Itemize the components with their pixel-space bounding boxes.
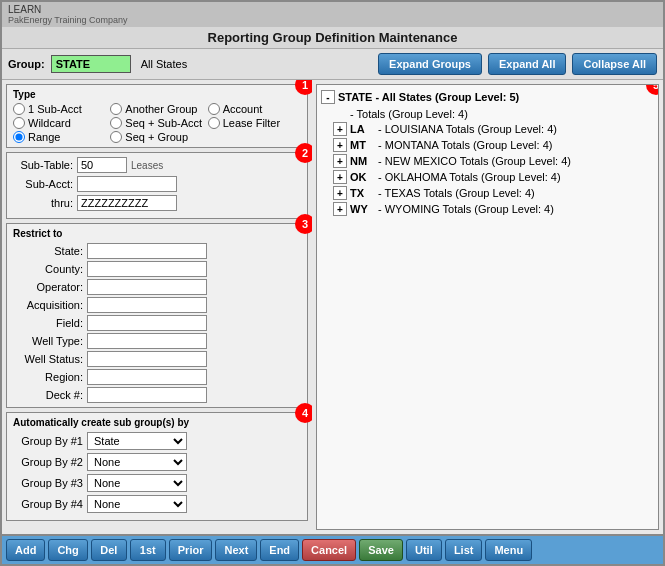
mt-expand-icon[interactable]: + (333, 138, 347, 152)
end-button[interactable]: End (260, 539, 299, 561)
chg-button[interactable]: Chg (48, 539, 87, 561)
del-button[interactable]: Del (91, 539, 127, 561)
radio-seq-group[interactable]: Seq + Group (110, 131, 203, 143)
toolbar-row: Group: All States Expand Groups Expand A… (2, 49, 663, 80)
type-section: 1 Type 1 Sub-Acct Another Group Account (6, 84, 308, 148)
wy-state: WY (350, 203, 375, 215)
mt-state: MT (350, 139, 375, 151)
tree-node-wy: + WY - WYOMING Totals (Group Level: 4) (321, 201, 654, 217)
tree-node-tx: + TX - TEXAS Totals (Group Level: 4) (321, 185, 654, 201)
content-area: 1 Type 1 Sub-Acct Another Group Account (2, 80, 663, 534)
tree-node-nm: + NM - NEW MEXICO Totals (Group Level: 4… (321, 153, 654, 169)
groupby-label: Automatically create sub group(s) by (13, 417, 301, 428)
radio-account[interactable]: Account (208, 103, 301, 115)
tree-node-mt: + MT - MONTANA Totals (Group Level: 4) (321, 137, 654, 153)
page-title: Reporting Group Definition Maintenance (2, 27, 663, 49)
fields-section: 2 Sub-Table: Leases Sub-Acct: thru: (6, 152, 308, 219)
totals-desc: - Totals (Group Level: 4) (350, 108, 468, 120)
root-state: STATE (338, 91, 372, 103)
radio-lease-filter[interactable]: Lease Filter (208, 117, 301, 129)
region-input[interactable] (87, 369, 207, 385)
radio-seq-sub-acct[interactable]: Seq + Sub-Acct (110, 117, 203, 129)
sub-table-note: Leases (131, 160, 163, 171)
deck-label: Deck #: (13, 389, 83, 401)
state-input[interactable] (87, 243, 207, 259)
operator-input[interactable] (87, 279, 207, 295)
root-desc: - All States (Group Level: 5) (375, 91, 519, 103)
well-status-input[interactable] (87, 351, 207, 367)
state-label: State: (13, 245, 83, 257)
well-type-label: Well Type: (13, 335, 83, 347)
tx-desc: - TEXAS Totals (Group Level: 4) (378, 187, 535, 199)
groupby-row-2: Group By #2 None State County Operator (13, 453, 301, 471)
sub-table-input[interactable] (77, 157, 127, 173)
acquisition-input[interactable] (87, 297, 207, 313)
groupby-3-select[interactable]: None State County Operator (87, 474, 187, 492)
groupby-2-select[interactable]: None State County Operator (87, 453, 187, 471)
ok-desc: - OKLAHOMA Totals (Group Level: 4) (378, 171, 561, 183)
groupby-1-select[interactable]: State None County Operator (87, 432, 187, 450)
sub-acct-row: Sub-Acct: (13, 176, 301, 192)
tx-expand-icon[interactable]: + (333, 186, 347, 200)
la-desc: - LOUISIANA Totals (Group Level: 4) (378, 123, 557, 135)
list-button[interactable]: List (445, 539, 483, 561)
thru-label: thru: (13, 197, 73, 209)
cancel-button[interactable]: Cancel (302, 539, 356, 561)
tree-totals: - Totals (Group Level: 4) (321, 107, 654, 121)
radio-wildcard[interactable]: Wildcard (13, 117, 106, 129)
radio-range[interactable]: Range (13, 131, 106, 143)
groupby-4-label: Group By #4 (13, 498, 83, 510)
groupby-3-label: Group By #3 (13, 477, 83, 489)
radio-sub-acct[interactable]: 1 Sub-Acct (13, 103, 106, 115)
menu-button[interactable]: Menu (485, 539, 532, 561)
company-name: PakEnergy Training Company (8, 15, 657, 25)
prior-button[interactable]: Prior (169, 539, 213, 561)
groupby-1-label: Group By #1 (13, 435, 83, 447)
la-state: LA (350, 123, 375, 135)
radio-another-group[interactable]: Another Group (110, 103, 203, 115)
restrict-grid: State: County: Operator: Acquisition: Fi… (13, 243, 301, 403)
well-type-input[interactable] (87, 333, 207, 349)
type-grid: 1 Sub-Acct Another Group Account Wildcar… (13, 103, 301, 143)
util-button[interactable]: Util (406, 539, 442, 561)
expand-groups-button[interactable]: Expand Groups (378, 53, 482, 75)
groupby-row-4: Group By #4 None State County Operator (13, 495, 301, 513)
group-input[interactable] (51, 55, 131, 73)
bottom-bar: Add Chg Del 1st Prior Next End Cancel Sa… (2, 534, 663, 564)
ok-expand-icon[interactable]: + (333, 170, 347, 184)
expand-all-button[interactable]: Expand All (488, 53, 566, 75)
next-button[interactable]: Next (215, 539, 257, 561)
tree-node-la: + LA - LOUISIANA Totals (Group Level: 4) (321, 121, 654, 137)
nm-expand-icon[interactable]: + (333, 154, 347, 168)
wy-expand-icon[interactable]: + (333, 202, 347, 216)
restrict-section: 3 Restrict to State: County: Operator: A… (6, 223, 308, 408)
groupby-row-3: Group By #3 None State County Operator (13, 474, 301, 492)
groupby-badge: 4 (295, 403, 312, 423)
wy-desc: - WYOMING Totals (Group Level: 4) (378, 203, 554, 215)
thru-row: thru: (13, 195, 301, 211)
restrict-label: Restrict to (13, 228, 301, 239)
nm-state: NM (350, 155, 375, 167)
groupby-section: 4 Automatically create sub group(s) by G… (6, 412, 308, 521)
sub-table-label: Sub-Table: (13, 159, 73, 171)
groupby-4-select[interactable]: None State County Operator (87, 495, 187, 513)
first-button[interactable]: 1st (130, 539, 166, 561)
la-expand-icon[interactable]: + (333, 122, 347, 136)
sub-acct-input[interactable] (77, 176, 177, 192)
root-expand-icon[interactable]: - (321, 90, 335, 104)
group-desc: All States (141, 58, 187, 70)
thru-input[interactable] (77, 195, 177, 211)
deck-input[interactable] (87, 387, 207, 403)
sub-acct-label: Sub-Acct: (13, 178, 73, 190)
fields-badge: 2 (295, 143, 312, 163)
collapse-all-button[interactable]: Collapse All (572, 53, 657, 75)
field-input[interactable] (87, 315, 207, 331)
nm-desc: - NEW MEXICO Totals (Group Level: 4) (378, 155, 571, 167)
tree-node-ok: + OK - OKLAHOMA Totals (Group Level: 4) (321, 169, 654, 185)
restrict-badge: 3 (295, 214, 312, 234)
region-label: Region: (13, 371, 83, 383)
mt-desc: - MONTANA Totals (Group Level: 4) (378, 139, 552, 151)
save-button[interactable]: Save (359, 539, 403, 561)
county-input[interactable] (87, 261, 207, 277)
add-button[interactable]: Add (6, 539, 45, 561)
